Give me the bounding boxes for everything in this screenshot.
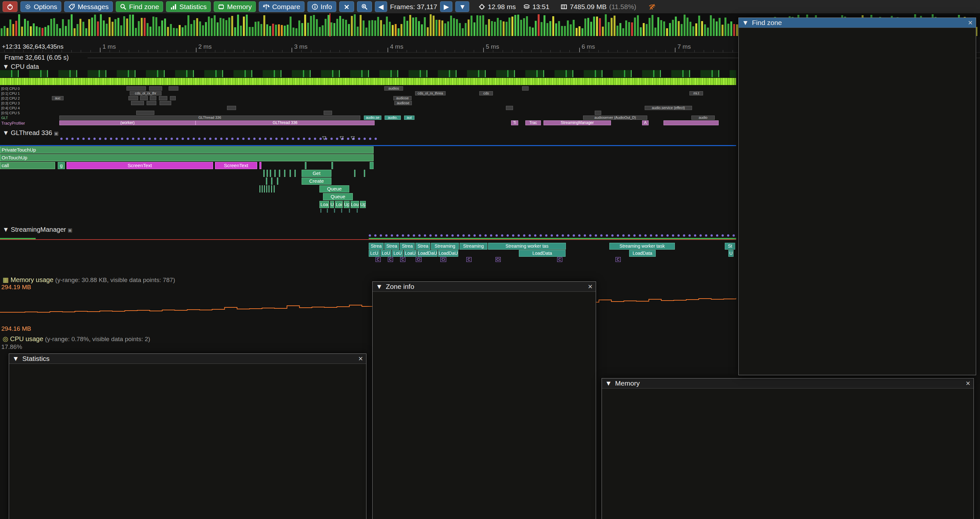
memory-window-titlebar[interactable]: ▼ Memory× — [602, 378, 974, 388]
zone-segment[interactable]: Streaming — [460, 243, 487, 250]
zone-segment[interactable] — [663, 120, 719, 125]
power-button[interactable] — [3, 1, 18, 12]
zone-segment[interactable]: Streaming worker task — [609, 243, 675, 250]
zone-segment[interactable]: LoadData — [629, 250, 656, 257]
zone-segment[interactable]: LoadDaU — [438, 250, 458, 257]
zone-segment[interactable]: C — [400, 257, 406, 262]
toolbar-button-info[interactable]: Info — [307, 1, 336, 12]
zone-segment[interactable]: Queue — [320, 185, 349, 192]
zone-segment[interactable]: cds_ol_rx_threa — [415, 91, 445, 96]
zone-segment[interactable]: U — [330, 201, 334, 208]
zone-segment[interactable]: Create — [302, 177, 331, 185]
zone-segment[interactable] — [259, 185, 260, 192]
prev-frame-button[interactable]: ◀ — [375, 1, 387, 12]
zone-segment[interactable] — [370, 162, 374, 169]
zone-segment[interactable]: St — [725, 243, 735, 250]
zone-segment[interactable]: Loi — [335, 201, 343, 208]
zone-segment[interactable]: audio.service (effect) — [645, 106, 692, 110]
toolbar-button-find-zone[interactable]: Find zone — [116, 1, 163, 12]
zone-segment[interactable]: StreamingManager — [544, 120, 611, 125]
zone-segment[interactable]: C — [466, 257, 471, 262]
zone-segment[interactable] — [262, 185, 262, 192]
zone-segment[interactable]: C — [616, 257, 621, 262]
frame-dropdown-button[interactable]: ▼ — [455, 1, 469, 12]
cpu-data-header[interactable]: ▼ CPU data — [3, 63, 39, 70]
zone-segment[interactable]: Strea — [384, 243, 399, 250]
zone-segment[interactable] — [274, 185, 275, 192]
zone-segment[interactable]: Strea — [400, 243, 415, 250]
zone-segment[interactable] — [131, 101, 144, 105]
zone-segment[interactable]: audiose — [395, 101, 412, 105]
zone-segment[interactable]: Ci — [416, 257, 422, 262]
zone-segment[interactable]: PrivateTouchUp — [0, 146, 374, 153]
zone-segment[interactable]: GLThread 336 — [59, 115, 360, 120]
zone-segment[interactable]: audio — [691, 115, 715, 120]
cpu-plot-header[interactable]: ◎ CPU usage (y-range: 0.78%, visible dat… — [3, 335, 150, 343]
zone-segment[interactable]: auc — [52, 96, 64, 100]
zone-segment[interactable] — [149, 86, 162, 91]
zone-segment[interactable] — [357, 209, 358, 212]
close-icon[interactable]: × — [588, 283, 592, 291]
zone-segment[interactable] — [227, 106, 236, 110]
zone-segment[interactable]: aut — [404, 115, 414, 120]
zone-segment[interactable] — [354, 170, 355, 177]
zone-segment[interactable] — [140, 96, 148, 100]
zone-segment[interactable]: Loa — [320, 201, 329, 208]
zone-segment[interactable] — [279, 170, 280, 177]
zone-segment[interactable] — [522, 86, 528, 91]
zone-segment[interactable]: audiose — [393, 96, 412, 100]
zone-segment[interactable] — [324, 111, 332, 115]
zone-segment[interactable]: Trac — [525, 120, 541, 125]
zone-segment[interactable] — [266, 177, 267, 185]
zone-segment[interactable]: A — [642, 120, 649, 125]
zone-segment[interactable]: LcU — [369, 250, 380, 257]
zone-segment[interactable] — [129, 96, 138, 100]
zone-segment[interactable] — [264, 185, 265, 192]
statistics-window-titlebar[interactable]: ▼ Statistics× — [9, 354, 366, 364]
zone-segment[interactable] — [320, 209, 321, 212]
zone-info-titlebar[interactable]: ▼ Zone info× — [372, 282, 596, 292]
zone-segment[interactable]: LoU — [380, 250, 391, 257]
zone-segment[interactable] — [327, 209, 328, 212]
zone-segment[interactable] — [169, 86, 178, 91]
zone-segment[interactable]: audio. — [385, 115, 401, 120]
zone-segment[interactable] — [136, 111, 154, 115]
zone-segment[interactable] — [349, 209, 350, 212]
zone-segment[interactable] — [334, 209, 335, 212]
zone-segment[interactable]: Get — [302, 170, 331, 177]
zone-segment[interactable]: C — [375, 257, 381, 262]
zone-segment[interactable]: Strea — [415, 243, 430, 250]
zone-segment[interactable]: Up — [344, 201, 350, 208]
zone-segment[interactable]: Queue — [323, 193, 353, 200]
toolbar-button-options[interactable]: Options — [21, 1, 61, 12]
zone-segment[interactable]: Lou — [350, 201, 359, 208]
zone-segment[interactable]: Streaming worker tas — [488, 243, 566, 250]
zone-segment[interactable] — [294, 170, 296, 177]
toolbar-button-memory[interactable]: Memory — [214, 1, 256, 12]
zone-segment[interactable] — [269, 185, 269, 192]
zone-segment[interactable] — [159, 96, 167, 100]
toolbar-button-compare[interactable]: Compare — [259, 1, 304, 12]
zone-segment[interactable] — [290, 170, 291, 177]
zone-segment[interactable]: Streaming — [431, 243, 459, 250]
zone-segment[interactable] — [170, 96, 176, 100]
zone-segment[interactable] — [150, 96, 156, 100]
zone-segment[interactable] — [267, 170, 268, 177]
close-icon[interactable]: × — [966, 379, 970, 387]
zone-segment[interactable]: audioserver (AudioOut_D) — [583, 115, 647, 120]
zone-segment[interactable] — [284, 170, 285, 177]
memory-plot-header[interactable]: ▦ Memory usage (y-range: 30.88 KB, visib… — [3, 276, 175, 284]
zone-segment[interactable] — [159, 101, 171, 105]
zone-segment[interactable] — [277, 177, 278, 185]
zone-segment[interactable] — [274, 170, 276, 177]
zone-segment[interactable]: Ti — [511, 120, 518, 125]
zone-segment[interactable] — [259, 162, 261, 169]
zone-segment[interactable]: (worker) — [59, 120, 196, 125]
next-frame-button[interactable]: ▶ — [440, 1, 452, 12]
zone-segment[interactable] — [146, 101, 156, 105]
zone-segment[interactable] — [341, 209, 342, 212]
zone-segment[interactable]: audios — [384, 86, 403, 91]
zone-segment[interactable]: audio.se — [364, 115, 381, 120]
zone-segment[interactable] — [263, 170, 265, 177]
close-icon[interactable]: × — [358, 355, 363, 363]
